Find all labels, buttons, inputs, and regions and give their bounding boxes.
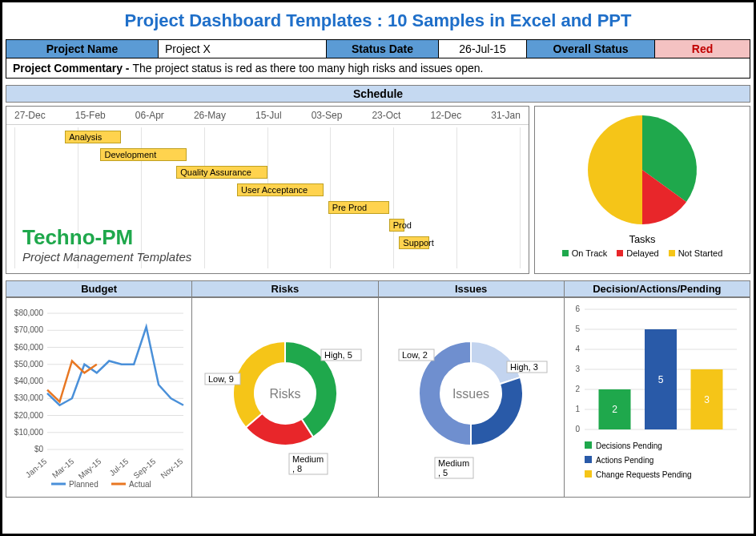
gantt-chart: 27-Dec15-Feb06-Apr26-May15-Jul03-Sep23-O… [6,106,529,274]
svg-text:Actions Pending: Actions Pending [596,456,653,465]
dap-chart: 6543210 253 Decisions PendingActions Pen… [565,301,749,494]
svg-text:Jul-15: Jul-15 [107,457,130,478]
svg-text:6: 6 [576,304,581,313]
logo-line-1: Techno-PM [22,225,191,250]
svg-text:Planned: Planned [69,480,99,489]
svg-text:$50,000: $50,000 [14,360,43,369]
risks-label: Risks [192,280,378,297]
svg-text:Issues: Issues [452,387,489,401]
budget-label: Budget [6,280,192,297]
svg-text:Medium: Medium [292,454,324,464]
risks-panel: Risks Low, 9High, 5Medium, 8 [192,297,378,498]
svg-text:May-15: May-15 [76,457,103,481]
svg-text:$30,000: $30,000 [14,393,43,402]
svg-text:Jan-15: Jan-15 [23,457,48,479]
gantt-bar: Prod [389,219,404,232]
overall-status-value: Red [655,40,750,58]
gantt-bar: User Acceptance [237,183,323,196]
svg-text:4: 4 [576,345,581,353]
issues-label: Issues [379,280,565,297]
svg-text:Sep-15: Sep-15 [131,457,157,480]
status-date-value: 26-Jul-15 [439,40,527,58]
dashboard-frame: Project Dashboard Templates : 10 Samples… [0,0,756,536]
svg-text:0: 0 [576,425,581,433]
svg-text:$10,000: $10,000 [14,428,43,437]
gantt-bar: Support [399,236,429,249]
legend-item: Delayed [617,248,658,258]
project-name-label: Project Name [6,40,159,58]
gantt-date: 15-Jul [255,110,282,121]
gantt-bar: Analysis [65,131,121,143]
schedule-label: Schedule [6,85,750,103]
gantt-date: 23-Oct [372,110,400,121]
svg-text:$20,000: $20,000 [14,411,43,420]
dap-panel: 6543210 253 Decisions PendingActions Pen… [565,297,750,498]
legend-item: Not Started [669,248,723,258]
svg-text:$80,000: $80,000 [14,308,43,317]
svg-text:Change Requests Pending: Change Requests Pending [596,470,692,479]
gantt-date: 12-Dec [431,110,462,121]
svg-text:Low, 2: Low, 2 [402,350,428,360]
gantt-date: 27-Dec [14,110,46,121]
gantt-date: 31-Jan [491,110,521,121]
logo-line-2: Project Management Templates [22,250,191,264]
budget-chart: $80,000$70,000$60,000$50,000$40,000$30,0… [7,301,191,494]
svg-text:Nov-15: Nov-15 [159,457,184,480]
svg-text:High, 3: High, 3 [510,362,538,372]
svg-text:$60,000: $60,000 [14,343,43,352]
tasks-pie-title: Tasks [629,233,655,245]
gantt-date: 15-Feb [75,110,106,121]
svg-text:2: 2 [613,404,618,415]
svg-text:Risks: Risks [269,387,300,401]
page-title: Project Dashboard Templates : 10 Samples… [6,6,750,39]
svg-text:Decisions Pending: Decisions Pending [596,441,662,450]
svg-text:1: 1 [576,405,581,413]
gantt-bar: Pre Prod [328,201,389,214]
risks-donut: Risks Low, 9High, 5Medium, 8 [193,305,377,490]
gantt-date: 03-Sep [312,110,343,121]
svg-text:Mar-15: Mar-15 [50,457,76,480]
svg-text:, 5: , 5 [438,468,448,478]
svg-text:5: 5 [576,324,581,333]
svg-rect-68 [585,470,592,478]
svg-text:$40,000: $40,000 [14,377,43,385]
commentary-text: The project status is red as there too m… [132,62,483,75]
watermark-logo: Techno-PM Project Management Templates [22,225,191,264]
status-date-label: Status Date [327,40,439,58]
tasks-pie-legend: On TrackDelayedNot Started [562,248,723,258]
svg-text:Actual: Actual [129,480,151,489]
svg-text:2: 2 [576,385,581,393]
svg-text:Low, 9: Low, 9 [208,374,234,384]
svg-text:$70,000: $70,000 [14,325,43,334]
dap-label: Decision/Actions/Pending [565,280,750,297]
svg-text:3: 3 [576,365,581,373]
commentary-label: Project Commentary - [13,62,132,75]
svg-text:High, 5: High, 5 [324,350,352,360]
issues-donut: Issues Low, 2High, 3Medium, 5 [379,305,563,490]
overall-status-label: Overall Status [527,40,655,58]
legend-item: On Track [562,248,608,258]
svg-rect-64 [585,441,592,449]
tasks-pie-panel: Tasks On TrackDelayedNot Started [534,106,750,274]
gantt-date: 06-Apr [135,110,164,121]
svg-text:5: 5 [658,374,664,385]
commentary: Project Commentary - The project status … [6,58,750,79]
project-name-value: Project X [159,40,327,58]
gantt-date: 26-May [194,110,226,121]
svg-text:, 8: , 8 [292,464,302,474]
svg-text:Medium: Medium [438,458,469,468]
svg-rect-66 [585,456,592,463]
issues-panel: Issues Low, 2High, 3Medium, 5 [379,297,565,498]
info-row: Project Name Project X Status Date 26-Ju… [6,39,750,58]
gantt-bar: Development [100,148,186,161]
svg-text:$0: $0 [34,445,44,453]
tasks-pie-chart [570,110,714,230]
gantt-bar: Quality Assurance [176,166,267,179]
budget-panel: $80,000$70,000$60,000$50,000$40,000$30,0… [6,297,192,498]
svg-text:3: 3 [705,394,710,405]
